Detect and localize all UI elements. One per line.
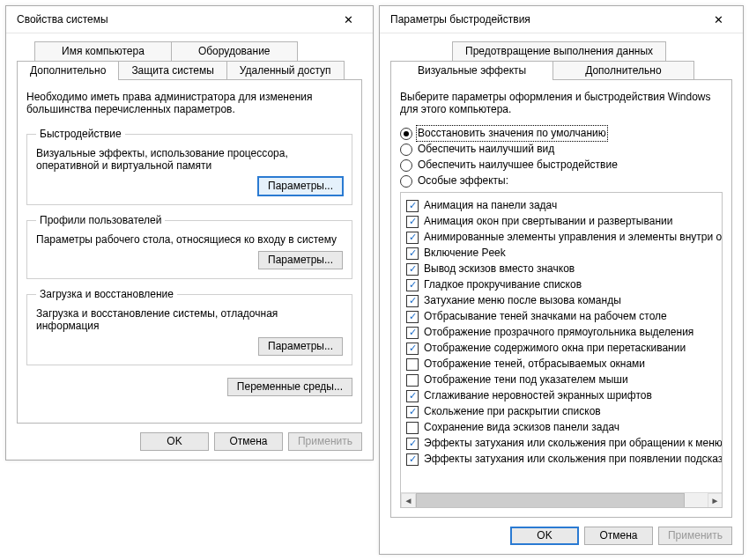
effect-item[interactable]: Гладкое прокручивание списков (406, 278, 722, 291)
effect-label: Вывод эскизов вместо значков (424, 262, 575, 276)
effect-item[interactable]: Анимированные элементы управления и элем… (406, 231, 722, 244)
effect-item[interactable]: Отбрасывание теней значками на рабочем с… (406, 310, 722, 323)
performance-options-window: Параметры быстродействия ✕ Предотвращени… (379, 5, 744, 555)
radio-icon (400, 175, 412, 188)
tab-computer-name[interactable]: Имя компьютера (34, 41, 172, 61)
checkbox-icon[interactable] (406, 406, 419, 418)
tab-advanced[interactable]: Дополнительно (17, 61, 119, 80)
scroll-thumb[interactable] (416, 493, 685, 508)
effect-label: Анимация на панели задач (424, 199, 557, 212)
checkbox-icon[interactable] (406, 263, 419, 276)
ok-button[interactable]: OK (510, 527, 579, 545)
checkbox-icon[interactable] (406, 327, 419, 339)
effect-item[interactable]: Отображение тени под указателем мыши (406, 373, 722, 387)
tab-visual-effects[interactable]: Визуальные эффекты (390, 61, 553, 80)
radio-option[interactable]: Особые эффекты: (400, 174, 723, 188)
scroll-track[interactable] (416, 493, 708, 508)
effect-label: Отображение содержимого окна при перетас… (424, 342, 686, 355)
effect-label: Включение Peek (424, 247, 506, 260)
radio-label: Обеспечить наилучший вид (418, 143, 554, 156)
effect-label: Сохранение вида эскизов панели задач (424, 421, 619, 434)
checkbox-icon[interactable] (406, 232, 419, 244)
effect-item[interactable]: Затухание меню после вызова команды (406, 294, 722, 307)
apply-button[interactable]: Применить (288, 432, 362, 451)
radio-icon (400, 159, 412, 172)
dialog-buttons: OK Отмена Применить (17, 424, 362, 451)
group-user-profiles: Профили пользователей Параметры рабочего… (26, 214, 352, 279)
checkbox-icon[interactable] (406, 295, 419, 307)
cancel-button[interactable]: Отмена (584, 527, 653, 545)
group-performance-legend: Быстродействие (36, 128, 125, 140)
scroll-left-arrow-icon[interactable]: ◄ (401, 493, 416, 508)
effect-item[interactable]: Сохранение вида эскизов панели задач (406, 421, 722, 434)
group-startup-recovery-text: Загрузка и восстановление системы, отлад… (36, 307, 343, 332)
effect-label: Скольжение при раскрытии списков (424, 405, 601, 418)
checkbox-icon[interactable] (406, 358, 419, 371)
tab-row-upper: Предотвращение выполнения данных (390, 41, 732, 60)
effect-item[interactable]: Включение Peek (406, 247, 722, 260)
checkbox-icon[interactable] (406, 374, 419, 387)
close-icon[interactable]: ✕ (701, 7, 736, 32)
titlebar[interactable]: Свойства системы ✕ (6, 6, 373, 33)
radio-icon (400, 128, 412, 140)
effect-label: Сглаживание неровностей экранных шрифтов (424, 389, 652, 402)
tab-row-lower: Дополнительно Защита системы Удаленный д… (17, 60, 362, 79)
tab-hardware[interactable]: Оборудование (171, 41, 298, 61)
close-icon[interactable]: ✕ (330, 7, 366, 32)
group-startup-recovery: Загрузка и восстановление Загрузка и вос… (26, 288, 352, 365)
effect-item[interactable]: Эффекты затухания или скольжения при обр… (406, 437, 722, 450)
cancel-button[interactable]: Отмена (214, 432, 283, 451)
window-title: Параметры быстродействия (390, 13, 530, 26)
checkbox-icon[interactable] (406, 311, 419, 323)
tab-system-protection[interactable]: Защита системы (118, 61, 226, 80)
radio-option[interactable]: Восстановить значения по умолчанию (400, 127, 723, 140)
tab-content-advanced: Необходимо иметь права администратора дл… (17, 79, 362, 424)
effect-label: Отображение тени под указателем мыши (424, 373, 628, 387)
effect-item[interactable]: Отображение содержимого окна при перетас… (406, 342, 722, 355)
checkbox-icon[interactable] (406, 216, 419, 228)
horizontal-scrollbar[interactable]: ◄ ► (401, 492, 723, 508)
system-properties-window: Свойства системы ✕ Имя компьютера Оборуд… (5, 5, 374, 461)
performance-settings-button[interactable]: Параметры... (258, 177, 343, 195)
effect-item[interactable]: Отображение теней, отбрасываемых окнами (406, 357, 722, 371)
radio-option[interactable]: Обеспечить наилучшее быстродействие (400, 158, 723, 172)
effect-label: Затухание меню после вызова команды (424, 294, 621, 307)
checkbox-icon[interactable] (406, 200, 419, 212)
tab-dep[interactable]: Предотвращение выполнения данных (452, 41, 666, 61)
checkbox-icon[interactable] (406, 453, 419, 466)
group-user-profiles-legend: Профили пользователей (36, 214, 165, 226)
radio-label: Восстановить значения по умолчанию (418, 127, 606, 140)
checkbox-icon[interactable] (406, 438, 419, 450)
tab-remote[interactable]: Удаленный доступ (226, 61, 345, 80)
tab-advanced[interactable]: Дополнительно (552, 61, 693, 80)
scroll-right-arrow-icon[interactable]: ► (708, 493, 723, 508)
checkbox-icon[interactable] (406, 343, 419, 355)
effect-label: Эффекты затухания или скольжения при обр… (424, 437, 722, 450)
effect-label: Отображение теней, отбрасываемых окнами (424, 357, 645, 371)
effect-item[interactable]: Эффекты затухания или скольжения при поя… (406, 453, 722, 466)
startup-recovery-settings-button[interactable]: Параметры... (258, 337, 343, 356)
tab-row-upper: Имя компьютера Оборудование (17, 41, 362, 60)
checkbox-icon[interactable] (406, 247, 419, 260)
effect-item[interactable]: Сглаживание неровностей экранных шрифтов (406, 389, 722, 402)
apply-button[interactable]: Применить (658, 527, 732, 545)
titlebar[interactable]: Параметры быстродействия ✕ (380, 6, 743, 33)
user-profiles-settings-button[interactable]: Параметры... (258, 251, 343, 269)
dialog-buttons: OK Отмена Применить (390, 518, 732, 545)
effect-item[interactable]: Анимация на панели задач (406, 199, 722, 212)
group-startup-recovery-legend: Загрузка и восстановление (36, 288, 177, 300)
checkbox-icon[interactable] (406, 422, 419, 434)
radio-option[interactable]: Обеспечить наилучший вид (400, 143, 723, 156)
checkbox-icon[interactable] (406, 279, 419, 291)
effects-list[interactable]: Анимация на панели задачАнимация окон пр… (400, 192, 723, 508)
environment-variables-button[interactable]: Переменные среды... (227, 378, 352, 396)
admin-note: Необходимо иметь права администратора дл… (26, 91, 352, 115)
effect-item[interactable]: Вывод эскизов вместо значков (406, 262, 722, 276)
effect-label: Отображение прозрачного прямоугольника в… (424, 326, 693, 339)
effect-item[interactable]: Скольжение при раскрытии списков (406, 405, 722, 418)
group-performance: Быстродействие Визуальные эффекты, испол… (26, 128, 352, 205)
ok-button[interactable]: OK (140, 432, 209, 451)
effect-item[interactable]: Анимация окон при свертывании и разверты… (406, 215, 722, 228)
effect-item[interactable]: Отображение прозрачного прямоугольника в… (406, 326, 722, 339)
checkbox-icon[interactable] (406, 390, 419, 402)
